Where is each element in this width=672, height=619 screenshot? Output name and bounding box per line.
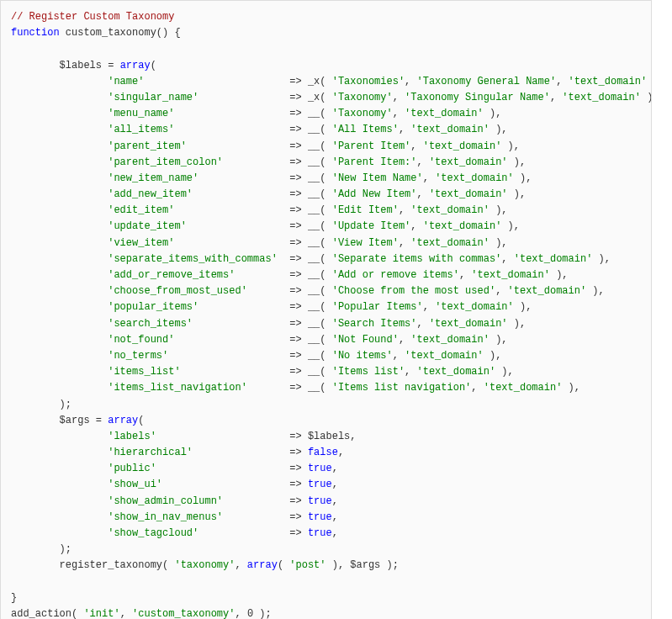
code-block: // Register Custom Taxonomy function cus… [0, 0, 652, 619]
